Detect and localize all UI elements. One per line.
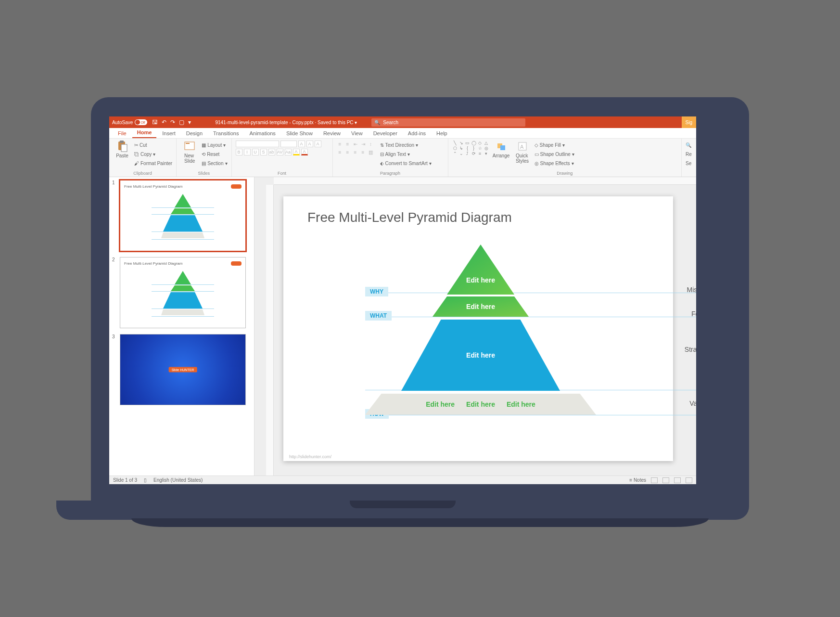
- mini-pyramid-icon: [147, 194, 219, 242]
- search-box[interactable]: 🔍 Search: [371, 118, 525, 127]
- tab-transitions[interactable]: Transitions: [208, 129, 243, 138]
- right-label-focus[interactable]: Focus: [691, 310, 696, 318]
- laptop-foot: [131, 518, 709, 527]
- reading-view-button[interactable]: [674, 477, 681, 483]
- format-painter-button[interactable]: 🖌Format Painter: [134, 159, 172, 167]
- pyramid-tier-4[interactable]: Edit here Edit here Edit here: [365, 394, 596, 415]
- language-button[interactable]: English (United States): [153, 477, 203, 483]
- text-direction-button[interactable]: ⇅Text Direction ▾: [380, 141, 432, 149]
- autosave-toggle[interactable]: AutoSave Off: [112, 119, 147, 125]
- bullets-button[interactable]: ≡: [337, 141, 344, 147]
- thumbnail-3[interactable]: 3 Slide HUNTER: [112, 334, 251, 405]
- tab-design[interactable]: Design: [181, 129, 207, 138]
- copy-button[interactable]: ⿻Copy ▾: [134, 150, 172, 158]
- tab-addins[interactable]: Add-ins: [403, 129, 431, 138]
- slideshow-view-button[interactable]: [686, 477, 692, 483]
- tab-home[interactable]: Home: [132, 128, 157, 138]
- quick-styles-button[interactable]: A Quick Styles: [513, 141, 532, 171]
- tab-file[interactable]: File: [113, 129, 131, 138]
- more-icon[interactable]: ▾: [188, 119, 191, 126]
- convert-smartart-button[interactable]: ⬖Convert to SmartArt ▾: [380, 159, 432, 167]
- pyramid-tier-3[interactable]: Edit here: [401, 320, 560, 391]
- paste-button[interactable]: Paste: [113, 141, 131, 171]
- shape-fill-button[interactable]: ◇Shape Fill ▾: [535, 141, 574, 149]
- group-slides: New Slide ▦Layout ▾ ⟲Reset ▤Section ▾ Sl…: [177, 139, 231, 177]
- thumbnail-preview[interactable]: Free Multi-Level Pyramid Diagram: [120, 257, 246, 328]
- left-label-why[interactable]: WHY: [365, 287, 388, 296]
- right-label-mission[interactable]: Mission: [687, 286, 696, 294]
- numbering-button[interactable]: ≡: [344, 141, 351, 147]
- case-button[interactable]: Aa: [285, 149, 292, 155]
- align-left-button[interactable]: ≡: [337, 149, 344, 155]
- pyramid-tier-2[interactable]: Edit here: [433, 296, 529, 317]
- thumbnail-1[interactable]: 1 Free Multi-Level Pyramid Diagram: [112, 180, 251, 251]
- align-right-button[interactable]: ≡: [352, 149, 359, 155]
- undo-icon[interactable]: ↶: [162, 119, 166, 126]
- font-color-button[interactable]: A: [301, 149, 308, 155]
- arrange-button[interactable]: Arrange: [492, 141, 510, 171]
- new-slide-button[interactable]: New Slide: [180, 141, 199, 171]
- tab-review[interactable]: Review: [318, 129, 345, 138]
- bold-button[interactable]: B: [236, 149, 242, 155]
- replace-button[interactable]: Re: [686, 150, 692, 158]
- highlight-button[interactable]: A: [293, 149, 300, 155]
- signin-button[interactable]: Sig: [682, 116, 696, 128]
- slide-title[interactable]: Free Multi-Level Pyramid Diagram: [307, 210, 512, 225]
- thumbnail-preview[interactable]: Free Multi-Level Pyramid Diagram: [120, 180, 246, 251]
- pyramid-diagram[interactable]: WHY Mission WHAT Focus Strategy HOW Valu…: [365, 244, 596, 427]
- line-spacing-button[interactable]: ↕: [368, 141, 374, 147]
- right-label-strategy[interactable]: Strategy: [685, 346, 696, 353]
- sorter-view-button[interactable]: [662, 477, 669, 483]
- shapes-gallery[interactable]: ╲↘▭◯◇△ ⬡↳{}☆◎ ⌃⌄⤴⟳≡▾: [452, 141, 489, 171]
- underline-button[interactable]: U: [252, 149, 259, 155]
- tab-developer[interactable]: Developer: [369, 129, 402, 138]
- group-clipboard: Paste ✂Cut ⿻Copy ▾ 🖌Format Painter Clipb…: [109, 139, 177, 177]
- quick-styles-icon: A: [517, 141, 528, 152]
- thumbnail-preview[interactable]: Slide HUNTER: [120, 334, 246, 405]
- normal-view-button[interactable]: [651, 477, 658, 483]
- font-size-select[interactable]: [280, 141, 297, 147]
- font-family-select[interactable]: [236, 141, 279, 147]
- indent-dec-button[interactable]: ⇤: [352, 141, 359, 147]
- strike-button[interactable]: S: [260, 149, 267, 155]
- columns-button[interactable]: ▥: [368, 149, 374, 155]
- reset-button[interactable]: ⟲Reset: [202, 150, 227, 158]
- tab-animations[interactable]: Animations: [244, 129, 280, 138]
- redo-icon[interactable]: ↷: [170, 119, 175, 126]
- shape-outline-button[interactable]: ▭Shape Outline ▾: [535, 150, 574, 158]
- cut-button[interactable]: ✂Cut: [134, 141, 172, 149]
- slide[interactable]: Free Multi-Level Pyramid Diagram WHY Mis…: [283, 196, 673, 461]
- align-center-button[interactable]: ≡: [344, 149, 351, 155]
- right-label-values[interactable]: Values: [689, 399, 696, 407]
- section-button[interactable]: ▤Section ▾: [202, 159, 227, 167]
- clear-format-button[interactable]: A: [315, 141, 321, 147]
- save-icon[interactable]: 🖫: [152, 119, 158, 126]
- slide-canvas-area[interactable]: Free Multi-Level Pyramid Diagram WHY Mis…: [255, 177, 696, 476]
- paste-icon: [116, 141, 128, 152]
- tab-help[interactable]: Help: [432, 129, 452, 138]
- accessibility-icon[interactable]: ▯: [144, 477, 147, 483]
- left-label-what[interactable]: WHAT: [365, 311, 392, 321]
- layout-button[interactable]: ▦Layout ▾: [202, 141, 227, 149]
- toggle-icon[interactable]: Off: [135, 119, 147, 125]
- shadow-button[interactable]: ab: [268, 149, 275, 155]
- indent-inc-button[interactable]: ⇥: [360, 141, 367, 147]
- notes-button[interactable]: ≡ Notes: [629, 477, 646, 483]
- find-button[interactable]: 🔍: [686, 141, 692, 149]
- tab-insert[interactable]: Insert: [157, 129, 180, 138]
- slide-thumbnail-panel[interactable]: 1 Free Multi-Level Pyramid Diagram: [109, 177, 255, 476]
- thumbnail-2[interactable]: 2 Free Multi-Level Pyramid Diagram: [112, 257, 251, 328]
- spacing-button[interactable]: AV: [277, 149, 283, 155]
- shape-effects-button[interactable]: ◎Shape Effects ▾: [535, 159, 574, 167]
- select-button[interactable]: Se: [686, 159, 692, 167]
- present-icon[interactable]: ▢: [179, 119, 184, 126]
- svg-marker-15: [163, 292, 203, 308]
- tab-view[interactable]: View: [346, 129, 368, 138]
- align-text-button[interactable]: ⊟Align Text ▾: [380, 150, 432, 158]
- align-justify-button[interactable]: ≡: [360, 149, 367, 155]
- decrease-font-button[interactable]: A: [306, 141, 313, 147]
- tab-slide-show[interactable]: Slide Show: [281, 129, 318, 138]
- increase-font-button[interactable]: A: [298, 141, 305, 147]
- italic-button[interactable]: I: [244, 149, 251, 155]
- pyramid-tier-1[interactable]: Edit here: [447, 244, 514, 295]
